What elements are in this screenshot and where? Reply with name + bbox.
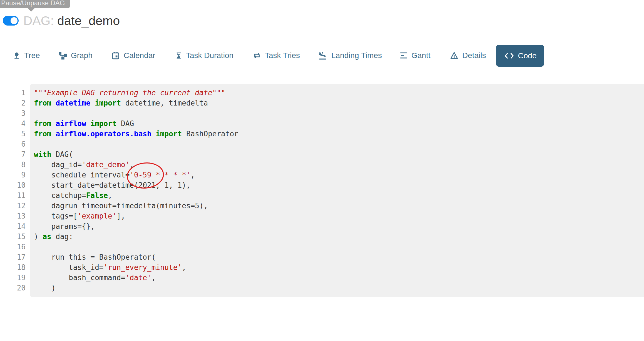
- code-line: ): [34, 283, 644, 293]
- line-number: 4: [0, 119, 26, 129]
- pause-tooltip-text: Pause/Unpause DAG: [1, 0, 65, 7]
- code-line: start_date=datetime(2021, 1, 1),: [34, 180, 644, 190]
- code-line: schedule_interval='0-59 * * * *',: [34, 170, 644, 180]
- line-number: 7: [0, 149, 26, 160]
- tab-label: Calendar: [124, 51, 155, 60]
- tab-label: Code: [518, 51, 537, 60]
- code-line: [34, 139, 644, 149]
- line-number: 19: [0, 273, 26, 283]
- code-line: [34, 242, 644, 252]
- plane-landing-icon: [318, 51, 327, 60]
- line-number: 1: [0, 88, 26, 98]
- code-line: params={},: [34, 221, 644, 232]
- tab-code[interactable]: Code: [496, 45, 544, 67]
- tab-task-duration[interactable]: Task Duration: [175, 51, 233, 61]
- dag-label: DAG:: [23, 14, 54, 28]
- code-line: task_id='run_every_minute',: [34, 262, 644, 273]
- page-title: DAG:date_demo: [23, 14, 120, 28]
- gantt-bars-icon: [400, 51, 407, 60]
- code-line: dag_id='date_demo',: [34, 160, 644, 170]
- code-line: dagrun_timeout=timedelta(minutes=5),: [34, 201, 644, 211]
- line-number: 17: [0, 252, 26, 262]
- tab-label: Task Duration: [186, 51, 233, 60]
- tab-details[interactable]: Details: [450, 51, 486, 61]
- tab-label: Task Tries: [265, 51, 300, 60]
- tab-label: Tree: [24, 51, 40, 60]
- tab-label: Details: [462, 51, 486, 60]
- code-icon: [504, 52, 515, 60]
- pause-tooltip: Pause/Unpause DAG: [0, 0, 70, 8]
- line-number: 10: [0, 180, 26, 190]
- dag-name: date_demo: [57, 14, 120, 28]
- line-number: 20: [0, 283, 26, 293]
- line-number: 13: [0, 211, 26, 221]
- line-number: 9: [0, 170, 26, 180]
- tab-graph[interactable]: Graph: [59, 51, 93, 61]
- hourglass-icon: [175, 51, 182, 60]
- code-content: """Example DAG returning the current dat…: [34, 88, 644, 293]
- line-number: 15: [0, 232, 26, 242]
- line-number: 6: [0, 139, 26, 149]
- tab-task-tries[interactable]: Task Tries: [253, 51, 300, 61]
- line-number: 12: [0, 201, 26, 211]
- line-number: 2: [0, 98, 26, 108]
- code-line: with DAG(: [34, 149, 644, 160]
- line-number: 3: [0, 108, 26, 119]
- tab-landing-times[interactable]: Landing Times: [318, 51, 382, 61]
- calendar-icon: [111, 51, 120, 60]
- line-number: 8: [0, 160, 26, 170]
- tree-icon: [13, 51, 20, 60]
- tooltip-arrow: [28, 8, 34, 12]
- pause-toggle[interactable]: [3, 16, 19, 26]
- triangle-icon: [450, 51, 458, 60]
- tab-label: Graph: [71, 51, 93, 60]
- line-number: 11: [0, 190, 26, 201]
- line-number-gutter: 1234567891011121314151617181920: [0, 84, 26, 293]
- code-line: tags=['example'],: [34, 211, 644, 221]
- code-viewer: """Example DAG returning the current dat…: [30, 84, 644, 297]
- code-line: catchup=False,: [34, 190, 644, 201]
- code-line: from airflow import DAG: [34, 119, 644, 129]
- repeat-icon: [253, 51, 261, 60]
- line-number: 18: [0, 262, 26, 273]
- line-number: 16: [0, 242, 26, 252]
- code-line: [34, 108, 644, 119]
- code-line: """Example DAG returning the current dat…: [34, 88, 644, 98]
- code-line: from datetime import datetime, timedelta: [34, 98, 644, 108]
- code-line: run_this = BashOperator(: [34, 252, 644, 262]
- code-line: ) as dag:: [34, 232, 644, 242]
- line-number: 14: [0, 221, 26, 232]
- tab-label: Landing Times: [331, 51, 382, 60]
- tab-tree[interactable]: Tree: [13, 51, 40, 61]
- tab-calendar[interactable]: Calendar: [111, 51, 155, 61]
- code-line: bash_command='date',: [34, 273, 644, 283]
- tab-gantt[interactable]: Gantt: [400, 51, 430, 61]
- code-line: from airflow.operators.bash import BashO…: [34, 129, 644, 139]
- graph-icon: [59, 51, 67, 60]
- tab-label: Gantt: [411, 51, 430, 60]
- toggle-knob: [11, 17, 18, 24]
- line-number: 5: [0, 129, 26, 139]
